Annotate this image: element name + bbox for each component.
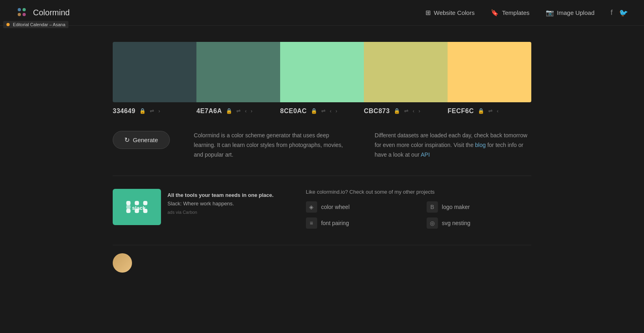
lock-btn-4[interactable]: 🔒 bbox=[477, 107, 485, 115]
color-wheel-icon: ◈ bbox=[306, 201, 317, 213]
svg-rect-5 bbox=[126, 209, 131, 213]
ad-section: slack All the tools your team needs in o… bbox=[113, 189, 274, 229]
color-hex-2: 8CE0AC bbox=[280, 108, 307, 115]
color-actions-2: 🔒 ⇌ ‹ › bbox=[310, 107, 338, 115]
nav-image-upload[interactable]: 📷 Image Upload bbox=[546, 9, 594, 17]
nav-website-colors[interactable]: ⊞ Website Colors bbox=[425, 9, 475, 17]
bottom-section: slack All the tools your team needs in o… bbox=[113, 189, 531, 245]
color-label-1: 4E7A6A 🔒 ⇌ ‹ › bbox=[196, 107, 280, 115]
action-area: ↻ Generate Colormind is a color scheme g… bbox=[113, 124, 531, 176]
logo-text: Colormind bbox=[33, 8, 70, 17]
svg-rect-6 bbox=[143, 201, 148, 205]
grid-icon: ⊞ bbox=[425, 9, 431, 17]
font-pairing-icon: ≡ bbox=[306, 217, 317, 229]
twitter-icon[interactable]: 🐦 bbox=[619, 8, 628, 17]
color-hex-1: 4E7A6A bbox=[196, 108, 222, 115]
arrow-left-btn-4[interactable]: ‹ bbox=[496, 107, 499, 115]
arrow-right-btn-1[interactable]: › bbox=[250, 107, 253, 115]
adjust-btn-4[interactable]: ⇌ bbox=[487, 107, 493, 115]
api-link[interactable]: API bbox=[421, 151, 430, 158]
adjust-btn-0[interactable]: ⇌ bbox=[149, 107, 155, 115]
color-hex-4: FECF6C bbox=[448, 108, 474, 115]
color-swatch-2[interactable] bbox=[280, 42, 364, 102]
color-swatch-3[interactable] bbox=[364, 42, 448, 102]
generate-section: ↻ Generate bbox=[113, 131, 170, 149]
arrow-btn-0[interactable]: › bbox=[157, 107, 161, 115]
projects-grid: ◈ color wheel B logo maker ≡ font pairin… bbox=[306, 201, 531, 229]
svg-rect-4 bbox=[126, 201, 131, 205]
color-wheel-link[interactable]: color wheel bbox=[321, 204, 350, 210]
projects-section: Like colormind.io? Check out some of my … bbox=[306, 189, 531, 229]
avatar bbox=[113, 253, 132, 273]
svg-rect-10 bbox=[126, 205, 131, 209]
svg-point-0 bbox=[18, 8, 21, 11]
logo-maker-link[interactable]: logo maker bbox=[442, 204, 470, 210]
color-palette bbox=[113, 42, 531, 102]
slack-logo[interactable]: slack bbox=[113, 189, 161, 225]
social-icons: f 🐦 bbox=[611, 8, 628, 17]
adjust-btn-2[interactable]: ⇌ bbox=[320, 107, 326, 115]
color-label-3: CBC873 🔒 ⇌ ‹ › bbox=[364, 107, 448, 115]
color-labels-row: 334649 🔒 ⇌ › 4E7A6A 🔒 ⇌ ‹ › 8CE0AC 🔒 ⇌ ‹ bbox=[113, 102, 531, 124]
lock-btn-3[interactable]: 🔒 bbox=[393, 107, 401, 115]
arrow-right-btn-3[interactable]: › bbox=[418, 107, 421, 115]
svg-point-3 bbox=[23, 13, 26, 16]
generate-button[interactable]: ↻ Generate bbox=[113, 131, 170, 149]
arrow-left-btn-3[interactable]: ‹ bbox=[412, 107, 415, 115]
main-content: 334649 🔒 ⇌ › 4E7A6A 🔒 ⇌ ‹ › 8CE0AC 🔒 ⇌ ‹ bbox=[113, 26, 531, 289]
color-hex-3: CBC873 bbox=[364, 108, 390, 115]
color-hex-0: 334649 bbox=[113, 108, 135, 115]
refresh-icon: ↻ bbox=[124, 136, 130, 144]
blog-link[interactable]: blog bbox=[475, 142, 485, 148]
bookmark-icon: 🔖 bbox=[491, 9, 499, 17]
lock-btn-2[interactable]: 🔒 bbox=[310, 107, 318, 115]
color-label-4: FECF6C 🔒 ⇌ ‹ bbox=[448, 107, 531, 115]
color-swatch-1[interactable] bbox=[196, 42, 280, 102]
description-left: Colormind is a color scheme generator th… bbox=[194, 131, 351, 159]
svg-nesting-icon: ◎ bbox=[427, 217, 438, 229]
arrow-right-btn-2[interactable]: › bbox=[334, 107, 338, 115]
description-right: Different datasets are loaded each day, … bbox=[375, 131, 531, 159]
color-swatch-0[interactable] bbox=[113, 42, 196, 102]
nav: ⊞ Website Colors 🔖 Templates 📷 Image Upl… bbox=[425, 9, 594, 17]
ad-text: All the tools your team needs in one pla… bbox=[167, 189, 274, 216]
facebook-icon[interactable]: f bbox=[611, 8, 613, 17]
color-actions-3: 🔒 ⇌ ‹ › bbox=[393, 107, 421, 115]
font-pairing-link[interactable]: font pairing bbox=[321, 220, 349, 226]
svg-point-1 bbox=[23, 8, 26, 11]
logo-icon bbox=[16, 6, 29, 19]
project-logo-maker[interactable]: B logo maker bbox=[427, 201, 531, 213]
svg-rect-8 bbox=[135, 201, 139, 205]
projects-title: Like colormind.io? Check out some of my … bbox=[306, 189, 531, 195]
camera-icon: 📷 bbox=[546, 9, 554, 17]
header: Colormind ⊞ Website Colors 🔖 Templates 📷… bbox=[0, 0, 644, 26]
svg-nesting-link[interactable]: svg nesting bbox=[442, 220, 471, 226]
ad-sponsor: ads via Carbon bbox=[167, 210, 197, 215]
logo-maker-icon: B bbox=[427, 201, 438, 213]
svg-point-2 bbox=[18, 13, 21, 16]
nav-templates[interactable]: 🔖 Templates bbox=[491, 9, 529, 17]
arrow-left-btn-2[interactable]: ‹ bbox=[329, 107, 332, 115]
browser-tooltip: Editorial Calendar – Asana bbox=[3, 21, 68, 28]
color-actions-0: 🔒 ⇌ › bbox=[138, 107, 161, 115]
color-label-0: 334649 🔒 ⇌ › bbox=[113, 107, 196, 115]
adjust-btn-3[interactable]: ⇌ bbox=[403, 107, 409, 115]
color-actions-1: 🔒 ⇌ ‹ › bbox=[225, 107, 253, 115]
lock-btn-1[interactable]: 🔒 bbox=[225, 107, 233, 115]
color-swatch-4[interactable] bbox=[448, 42, 531, 102]
color-actions-4: 🔒 ⇌ ‹ bbox=[477, 107, 499, 115]
arrow-left-btn-1[interactable]: ‹ bbox=[244, 107, 247, 115]
lock-btn-0[interactable]: 🔒 bbox=[138, 107, 147, 115]
project-color-wheel[interactable]: ◈ color wheel bbox=[306, 201, 411, 213]
footer-area bbox=[113, 245, 531, 273]
logo-link[interactable]: Colormind bbox=[16, 6, 70, 19]
color-label-2: 8CE0AC 🔒 ⇌ ‹ › bbox=[280, 107, 364, 115]
project-font-pairing[interactable]: ≡ font pairing bbox=[306, 217, 411, 229]
svg-text:slack: slack bbox=[132, 205, 146, 211]
project-svg-nesting[interactable]: ◎ svg nesting bbox=[427, 217, 531, 229]
section-divider bbox=[113, 176, 531, 176]
adjust-btn-1[interactable]: ⇌ bbox=[235, 107, 242, 115]
